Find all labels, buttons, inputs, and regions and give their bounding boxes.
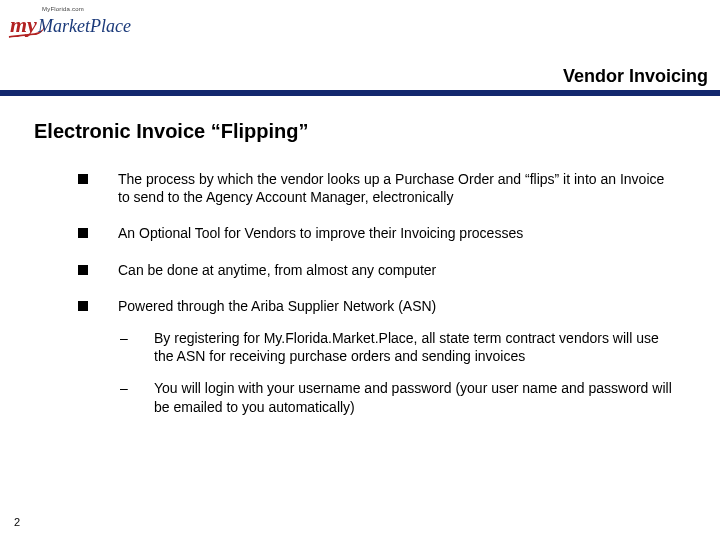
square-bullet-icon — [78, 228, 88, 238]
sub-bullet-text: By registering for My.Florida.Market.Pla… — [154, 329, 678, 365]
slide-title: Electronic Invoice “Flipping” — [34, 120, 308, 143]
square-bullet-icon — [78, 174, 88, 184]
logo: MyFlorida.com my MarketPlace — [10, 6, 140, 38]
page-number: 2 — [14, 516, 20, 528]
sub-bullet-text: You will login with your username and pa… — [154, 379, 678, 415]
square-bullet-icon — [78, 301, 88, 311]
header-title: Vendor Invoicing — [563, 66, 708, 87]
dash-bullet-icon: – — [120, 379, 132, 415]
sub-bullet-item: – You will login with your username and … — [120, 379, 678, 415]
bullet-item: An Optional Tool for Vendors to improve … — [78, 224, 678, 242]
bullet-text: The process by which the vendor looks up… — [118, 170, 678, 206]
sub-bullet-item: – By registering for My.Florida.Market.P… — [120, 329, 678, 365]
bullet-text: Powered through the Ariba Supplier Netwo… — [118, 297, 678, 315]
bullet-text: Can be done at anytime, from almost any … — [118, 261, 678, 279]
dash-bullet-icon: – — [120, 329, 132, 365]
logo-small-text: MyFlorida.com — [42, 6, 84, 12]
logo-marketplace-text: MarketPlace — [38, 16, 131, 37]
square-bullet-icon — [78, 265, 88, 275]
bullet-text: An Optional Tool for Vendors to improve … — [118, 224, 678, 242]
bullet-item: Powered through the Ariba Supplier Netwo… — [78, 297, 678, 315]
bullet-item: The process by which the vendor looks up… — [78, 170, 678, 206]
header-rule — [0, 90, 720, 96]
bullet-item: Can be done at anytime, from almost any … — [78, 261, 678, 279]
sub-bullet-group: – By registering for My.Florida.Market.P… — [120, 329, 678, 416]
slide-content: The process by which the vendor looks up… — [78, 170, 678, 416]
